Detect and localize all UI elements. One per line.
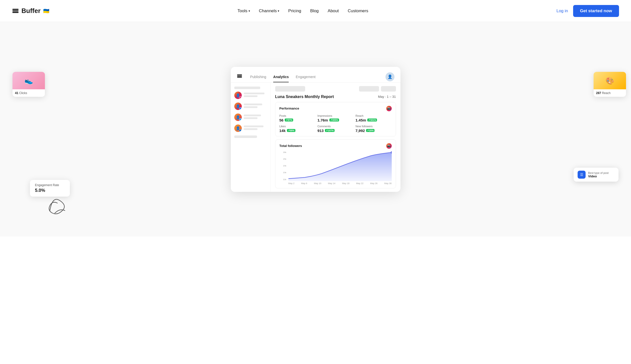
- followers-chart-svg: [288, 151, 392, 181]
- followers-badge: ↗20%: [366, 129, 374, 132]
- instagram-badge: [239, 96, 242, 99]
- nav-customers[interactable]: Customers: [348, 8, 368, 14]
- metric-reach: Reach 1.45m ↗501%: [356, 114, 392, 122]
- reach-image: 🎨: [594, 72, 626, 89]
- navbar: Buffer 🇺🇦 Tools ▾ Channels ▾ Pricing Blo…: [0, 0, 631, 22]
- engagement-label: Engagement Rate: [35, 183, 65, 187]
- best-post-card: ☰ Best type of post Video: [574, 168, 618, 182]
- reach-card: 🎨 287 Reach: [594, 72, 626, 97]
- tab-analytics[interactable]: Analytics: [273, 71, 289, 82]
- logo-text: Buffer: [22, 7, 41, 15]
- dashboard-card: Publishing Analytics Engagement 👤 👤: [231, 67, 400, 192]
- report-title: Luna Sneakers Monthly Report: [275, 94, 334, 99]
- sidebar-item-instagram[interactable]: 👤: [234, 92, 267, 99]
- chart-x-labels: May 2 May 6 May 10 May 14 May 18 May 22 …: [288, 182, 392, 184]
- metric-impressions: Impressions 1.76m ↗305%: [317, 114, 354, 122]
- dashboard-header: Publishing Analytics Engagement 👤: [231, 67, 400, 82]
- chart-instagram-icon: 📷: [386, 143, 392, 149]
- hero-section: 👟 41 Clicks Engagement Rate 5.0% 🎨 287 R…: [0, 22, 631, 236]
- metric-likes: Likes 14k ↗58%: [280, 125, 316, 133]
- sidebar-avatar-twitter: 👤: [234, 114, 242, 121]
- user-avatar: 👤: [386, 72, 394, 81]
- best-post-type: Video: [588, 174, 608, 178]
- chart-container: 26k 25k 24k 23k 22k: [280, 151, 392, 184]
- engagement-value: 5.0%: [35, 188, 65, 193]
- sidebar-item-twitter[interactable]: 👤: [234, 114, 267, 121]
- chart-card: Total followers 📷 26k 25k 24k 23k 22k: [275, 140, 396, 188]
- metric-comments: Comments 913 ↗107%: [317, 125, 354, 133]
- svg-rect-2: [12, 9, 19, 10]
- login-link[interactable]: Log in: [556, 8, 568, 14]
- clicks-card: 👟 41 Clicks: [12, 72, 45, 97]
- logo[interactable]: Buffer 🇺🇦: [12, 7, 50, 15]
- engagement-card: Engagement Rate 5.0%: [30, 180, 70, 196]
- svg-rect-0: [12, 12, 19, 13]
- svg-rect-4: [237, 75, 242, 76]
- sidebar-item-linkedin[interactable]: 👤: [234, 124, 267, 132]
- nav-actions: Log in Get started now: [556, 5, 619, 17]
- chart-area: [288, 151, 392, 181]
- buffer-icon: [12, 8, 19, 14]
- sidebar-item-facebook[interactable]: 👤: [234, 102, 267, 110]
- sidebar-avatar-instagram: 👤: [234, 92, 242, 99]
- metric-new-followers: New followers 7,992 ↗20%: [356, 125, 392, 133]
- best-post-label: Best type of post: [588, 172, 608, 174]
- twitter-badge: [239, 118, 242, 121]
- main-content: Luna Sneakers Monthly Report May · 1 – 3…: [271, 82, 400, 192]
- tab-engagement[interactable]: Engagement: [296, 71, 316, 82]
- chart-y-axis: 26k 25k 24k 23k 22k: [280, 151, 286, 181]
- dashboard-body: 👤 👤: [231, 82, 400, 192]
- nav-tools[interactable]: Tools ▾: [238, 8, 250, 14]
- svg-rect-1: [12, 10, 19, 11]
- channels-chevron-icon: ▾: [278, 9, 279, 13]
- posts-badge: ↗87%: [285, 118, 293, 122]
- tools-chevron-icon: ▾: [248, 9, 250, 13]
- nav-pricing[interactable]: Pricing: [288, 8, 301, 14]
- facebook-badge: [239, 107, 242, 110]
- get-started-button[interactable]: Get started now: [573, 5, 619, 17]
- metric-posts: Posts 56 ↗87%: [280, 114, 316, 122]
- sidebar-avatar-facebook: 👤: [234, 102, 242, 110]
- nav-links: Tools ▾ Channels ▾ Pricing Blog About Cu…: [238, 8, 368, 14]
- nav-blog[interactable]: Blog: [310, 8, 318, 14]
- sidebar: 👤 👤: [231, 82, 271, 192]
- tab-publishing[interactable]: Publishing: [250, 71, 266, 82]
- chart-title: Total followers: [280, 144, 302, 148]
- best-post-info: Best type of post Video: [588, 172, 608, 178]
- comments-badge: ↗107%: [325, 129, 334, 132]
- likes-badge: ↗58%: [287, 129, 296, 132]
- filter-skeleton-row: [275, 86, 396, 92]
- reach-label: 287 Reach: [594, 89, 626, 97]
- dashboard-tabs: Publishing Analytics Engagement: [250, 71, 316, 82]
- svg-rect-5: [237, 74, 242, 75]
- flag-icon: 🇺🇦: [43, 8, 50, 14]
- chart-svg-container: May 2 May 6 May 10 May 14 May 18 May 22 …: [288, 151, 392, 184]
- report-header: Luna Sneakers Monthly Report May · 1 – 3…: [275, 94, 396, 99]
- performance-instagram-icon: 📷: [386, 106, 392, 111]
- performance-label: Performance: [280, 106, 299, 110]
- reach-badge: ↗501%: [367, 118, 377, 122]
- report-date: May · 1 – 31: [378, 95, 396, 98]
- clicks-image: 👟: [12, 72, 45, 89]
- performance-grid: Posts 56 ↗87% Impressions 1.76m ↗305%: [280, 114, 392, 133]
- sidebar-avatar-linkedin: 👤: [234, 124, 242, 132]
- nav-about[interactable]: About: [328, 8, 338, 14]
- linkedin-badge: [239, 129, 242, 132]
- clicks-label: 41 Clicks: [12, 89, 45, 97]
- svg-rect-3: [237, 76, 242, 77]
- best-post-icon: ☰: [578, 171, 586, 179]
- dashboard-logo: [237, 73, 242, 80]
- nav-channels[interactable]: Channels ▾: [259, 8, 280, 14]
- performance-card: Performance 📷 Posts 56 ↗87%: [275, 102, 396, 136]
- impressions-badge: ↗305%: [329, 118, 339, 122]
